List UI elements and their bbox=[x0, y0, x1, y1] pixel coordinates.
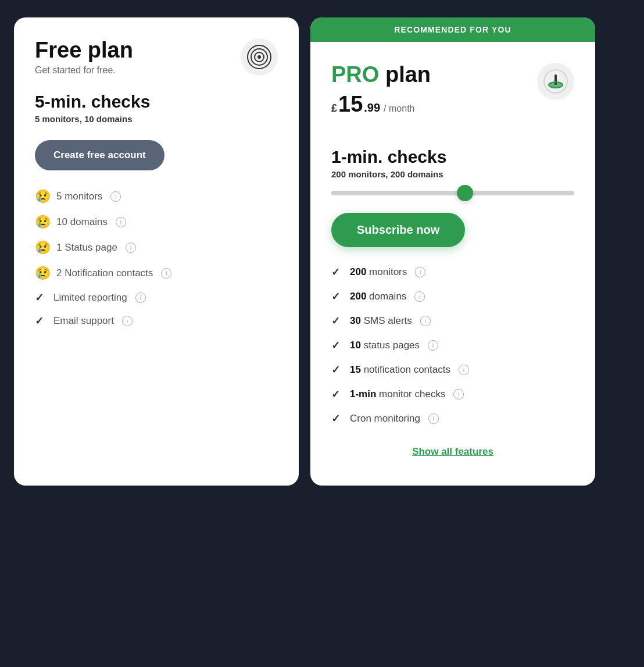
feature-label: 15 notification contacts bbox=[350, 364, 450, 376]
recommended-banner: RECOMMENDED FOR YOU bbox=[310, 17, 595, 42]
info-icon[interactable]: i bbox=[428, 413, 439, 424]
feature-label: 200 monitors bbox=[350, 266, 407, 278]
feature-label: 5 monitors bbox=[56, 191, 102, 202]
pro-plan-title-group: PRO plan £ 15 .99 / month bbox=[331, 63, 431, 131]
check-icon: ✓ bbox=[331, 290, 344, 303]
info-icon[interactable]: i bbox=[453, 389, 464, 400]
bold-value: 200 bbox=[350, 291, 366, 302]
free-checks-desc: 5 monitors, 10 domains bbox=[35, 114, 278, 124]
info-icon[interactable]: i bbox=[428, 340, 438, 351]
emoji-icon: 😢 bbox=[35, 240, 51, 255]
info-icon[interactable]: i bbox=[135, 293, 146, 303]
info-icon[interactable]: i bbox=[110, 191, 121, 202]
feature-label: Email support bbox=[53, 315, 114, 327]
bold-value: 30 bbox=[350, 315, 361, 326]
emoji-icon: 😢 bbox=[35, 266, 51, 281]
pro-plan-card: RECOMMENDED FOR YOU PRO plan £ 15 .99 / … bbox=[310, 17, 595, 486]
subscribe-now-button[interactable]: Subscribe now bbox=[331, 213, 465, 247]
price-main: 15 bbox=[338, 92, 363, 117]
check-icon: ✓ bbox=[331, 412, 344, 425]
feature-label: 200 domains bbox=[350, 291, 406, 302]
list-item: ✓ 10 status pages i bbox=[331, 339, 574, 352]
feature-label: 2 Notification contacts bbox=[56, 267, 153, 279]
pro-plan-icon bbox=[537, 63, 574, 100]
free-plan-header: Free plan Get started for free. bbox=[35, 38, 278, 76]
create-free-account-button[interactable]: Create free account bbox=[35, 140, 164, 170]
pro-checks-title: 1-min. checks bbox=[331, 147, 574, 167]
free-plan-title: Free plan bbox=[35, 38, 133, 63]
check-icon: ✓ bbox=[35, 315, 48, 327]
feature-label: 1 Status page bbox=[56, 242, 117, 254]
free-plan-icon bbox=[241, 38, 278, 76]
pro-plan-title: PRO plan bbox=[331, 63, 431, 87]
pro-plan-header: PRO plan £ 15 .99 / month bbox=[331, 63, 574, 131]
feature-label: 1-min monitor checks bbox=[350, 388, 445, 400]
list-item: ✓ 1-min monitor checks i bbox=[331, 388, 574, 401]
list-item: ✓ 15 notification contacts i bbox=[331, 363, 574, 376]
plan-word: plan bbox=[379, 62, 431, 87]
pro-feature-list: ✓ 200 monitors i ✓ 200 domains i ✓ 30 SM… bbox=[331, 266, 574, 425]
feature-label: 30 SMS alerts bbox=[350, 315, 412, 327]
svg-point-3 bbox=[257, 55, 261, 59]
emoji-icon: 😢 bbox=[35, 189, 51, 204]
check-icon: ✓ bbox=[331, 388, 344, 401]
info-icon[interactable]: i bbox=[420, 316, 431, 326]
bold-value: 200 bbox=[350, 266, 366, 277]
list-item: ✓ 200 domains i bbox=[331, 290, 574, 303]
price-row: £ 15 .99 / month bbox=[331, 92, 431, 117]
target-icon bbox=[246, 44, 272, 70]
free-feature-list: 😢 5 monitors i 😢 10 domains i 😢 1 Status… bbox=[35, 189, 278, 327]
feature-label: Cron monitoring bbox=[350, 413, 420, 425]
free-checks-title: 5-min. checks bbox=[35, 92, 278, 112]
monitor-slider-container bbox=[331, 191, 574, 195]
check-icon: ✓ bbox=[331, 315, 344, 327]
list-item: ✓ Email support i bbox=[35, 315, 278, 327]
list-item: ✓ Limited reporting i bbox=[35, 291, 278, 304]
emoji-icon: 😢 bbox=[35, 215, 51, 230]
price-period: / month bbox=[384, 104, 414, 114]
list-item: 😢 2 Notification contacts i bbox=[35, 266, 278, 281]
feature-label: 10 status pages bbox=[350, 340, 420, 351]
info-icon[interactable]: i bbox=[116, 217, 126, 227]
list-item: 😢 10 domains i bbox=[35, 215, 278, 230]
list-item: ✓ Cron monitoring i bbox=[331, 412, 574, 425]
pro-label: PRO bbox=[331, 62, 379, 87]
info-icon[interactable]: i bbox=[414, 291, 425, 302]
check-icon: ✓ bbox=[331, 339, 344, 352]
feature-label: 10 domains bbox=[56, 216, 108, 228]
bold-value: 10 bbox=[350, 340, 361, 351]
bold-value: 15 bbox=[350, 364, 361, 375]
info-icon[interactable]: i bbox=[122, 316, 133, 326]
info-icon[interactable]: i bbox=[161, 268, 171, 279]
svg-rect-6 bbox=[554, 74, 557, 85]
plunger-icon bbox=[543, 69, 568, 94]
check-icon: ✓ bbox=[331, 363, 344, 376]
plans-container: Free plan Get started for free. 5-min. c… bbox=[14, 17, 630, 486]
check-icon: ✓ bbox=[331, 266, 344, 279]
info-icon[interactable]: i bbox=[459, 365, 469, 375]
free-plan-title-group: Free plan Get started for free. bbox=[35, 38, 133, 76]
bold-value: 1-min bbox=[350, 388, 376, 400]
price-decimal: .99 bbox=[364, 101, 380, 115]
feature-label: Limited reporting bbox=[53, 292, 127, 304]
list-item: 😢 5 monitors i bbox=[35, 189, 278, 204]
show-all-features-link[interactable]: Show all features bbox=[331, 446, 574, 458]
list-item: ✓ 30 SMS alerts i bbox=[331, 315, 574, 327]
slider-thumb[interactable] bbox=[457, 185, 473, 201]
free-plan-subtitle: Get started for free. bbox=[35, 65, 133, 76]
slider-track bbox=[331, 191, 574, 195]
list-item: 😢 1 Status page i bbox=[35, 240, 278, 255]
pro-plan-content: PRO plan £ 15 .99 / month bbox=[310, 42, 595, 486]
info-icon[interactable]: i bbox=[415, 267, 425, 277]
pro-checks-desc: 200 monitors, 200 domains bbox=[331, 169, 574, 179]
info-icon[interactable]: i bbox=[126, 242, 136, 253]
free-plan-card: Free plan Get started for free. 5-min. c… bbox=[14, 17, 299, 486]
check-icon: ✓ bbox=[35, 291, 48, 304]
currency-symbol: £ bbox=[331, 102, 337, 115]
list-item: ✓ 200 monitors i bbox=[331, 266, 574, 279]
